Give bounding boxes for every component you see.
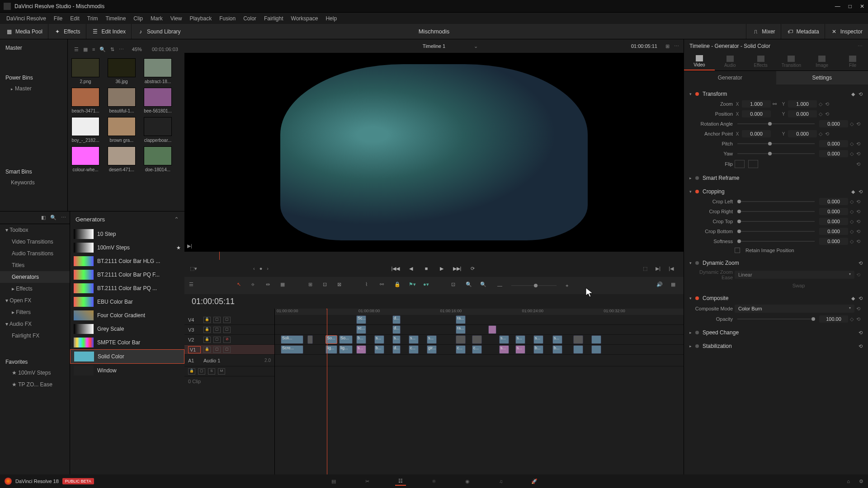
lock-icon[interactable]: 🔒 [203,327,211,333]
lock-icon[interactable]: 🔒 [394,282,402,290]
menu-item[interactable]: Workspace [288,14,321,23]
pitch-slider[interactable] [737,143,815,144]
reset-icon[interactable]: ⟲ [859,91,863,97]
menu-icon[interactable]: ⋯ [119,47,124,52]
menu-item[interactable]: Color [241,14,259,23]
replace-icon[interactable]: ⊠ [337,282,345,290]
ease-dropdown[interactable]: Linear [735,271,854,279]
generator-item[interactable]: BT.2111 Color Bar HLG ... [70,254,184,268]
opacity-input[interactable]: 100.00 [819,315,848,323]
fxcat-video-transitions[interactable]: Video Transitions [0,236,70,248]
menu-item[interactable]: DaVinci Resolve [4,14,49,23]
link-icon[interactable]: ⚯ [380,282,388,290]
insert-icon[interactable]: ⊞ [308,282,316,290]
track-header-v1[interactable]: V1🔒▢▢ [184,345,274,355]
fxcat-effects[interactable]: ▸ Effects [0,283,70,295]
timeline-options-icon[interactable]: ▦ [671,282,679,290]
go-start-icon[interactable]: |◀ [669,266,674,272]
page-fairlight[interactable]: ♫ [495,477,506,486]
inspector-expand-icon[interactable]: ⋯ [858,43,863,49]
timeline-clip[interactable]: s... [515,345,525,354]
media-thumbnail[interactable]: desert-471... [108,146,136,172]
power-master-bin[interactable]: Master [0,84,67,94]
dynamic-trim-icon[interactable]: ⇔ [266,282,274,290]
menu-item[interactable]: Timeline [103,14,128,23]
menu-item[interactable]: Trim [85,14,101,23]
sort-icon[interactable]: ⇅ [110,47,114,52]
menu-item[interactable]: Clip [131,14,146,23]
timeline-clip[interactable] [573,335,583,344]
generator-item[interactable]: SMPTE Color Bar [70,336,184,349]
next-edit-icon[interactable]: › [267,266,269,271]
auto-select-icon[interactable]: ▢ [213,317,221,323]
timeline-clip[interactable]: d... [392,325,401,334]
timeline-clip[interactable]: So... [339,335,353,344]
generator-item[interactable]: EBU Color Bar [70,295,184,309]
selection-tool-icon[interactable]: ↖ [237,282,245,290]
fxcat-openfx[interactable]: ▾ Open FX [0,295,70,306]
timeline-clip[interactable] [307,335,313,344]
track-v2[interactable]: Soli...So...So...b...s...s...s...s...s..… [275,335,684,345]
crop-bottom-slider[interactable] [737,231,815,232]
snapping-icon[interactable]: ⌇ [365,282,373,290]
step-icon[interactable]: ▶| [187,243,192,249]
favorite-item[interactable]: ★ 100mV Steps [0,367,70,379]
generator-item[interactable]: Grey Scale [70,322,184,336]
loop-button[interactable]: ⟳ [467,263,477,273]
zoom-x-input[interactable]: 1.000 [742,100,771,108]
pos-x-input[interactable]: 0.000 [742,110,771,117]
crop-top-slider[interactable] [737,221,815,222]
media-thumbnail[interactable]: beach-3471... [71,88,99,113]
master-bin[interactable]: Master [0,42,67,54]
timeline-clip[interactable]: ra... [456,315,466,324]
search-icon[interactable]: 🔍 [50,215,57,221]
track-header-v4[interactable]: V4🔒▢▢ [184,315,274,325]
fxcat-audio-transitions[interactable]: Audio Transitions [0,248,70,259]
timeline-clip[interactable]: s... [499,345,509,354]
close-icon[interactable]: ✕ [860,3,864,9]
disable-icon[interactable]: ▢ [223,317,231,323]
timeline-view-icon[interactable]: ☰ [189,282,197,290]
crop-right-slider[interactable] [737,211,815,212]
track-v3[interactable]: sc...d...ra... [275,325,684,335]
page-fusion[interactable]: ⚛ [429,477,439,486]
flip-h-button[interactable] [735,160,745,168]
minimize-icon[interactable]: — [835,3,840,9]
page-deliver[interactable]: 🚀 [529,477,540,486]
pos-y-input[interactable]: 0.000 [788,110,817,117]
timeline-clip[interactable] [573,345,583,354]
timeline-clip[interactable] [488,325,496,334]
timeline-clip[interactable]: b... [374,345,384,354]
menu-item[interactable]: Fusion [217,14,238,23]
search-icon[interactable]: 🔍 [99,47,106,52]
media-thumbnail[interactable]: bee-561801... [144,88,172,113]
timeline-clip[interactable] [472,335,482,344]
media-thumbnail[interactable]: abstract-18... [144,58,172,84]
zoom-custom-icon[interactable]: 🔍 [480,282,488,290]
tab-video[interactable]: Video [684,53,715,70]
generator-item[interactable]: BT.2111 Color Bar PQ ... [70,282,184,295]
viewer-scrubber[interactable] [184,252,684,260]
anchor-x-input[interactable]: 0.000 [742,130,771,137]
prev-frame-button[interactable]: ◀ [406,263,416,273]
media-thumbnail[interactable]: brown gra... [108,117,136,143]
timeline-clip[interactable] [591,345,601,354]
generator-item[interactable]: 10 Step [70,227,184,241]
track-v1[interactable]: Scre...lig...lig...s...b...d...c...gir..… [275,345,684,355]
favorite-star-icon[interactable]: ★ [176,245,181,251]
pitch-input[interactable]: 0.000 [819,140,848,147]
timeline-clip[interactable]: lig... [339,345,353,354]
section-smart-reframe[interactable]: Smart Reframe [685,171,867,185]
timeline-clip[interactable]: sc... [356,325,366,334]
generator-item[interactable]: Window [70,364,184,377]
track-header-v3[interactable]: V3🔒▢▢ [184,325,274,335]
timeline-name[interactable]: Timeline 1 [423,43,445,49]
home-icon[interactable]: ⌂ [847,479,850,484]
link-icon[interactable]: ⚯ [773,101,779,107]
media-thumbnail[interactable]: colour-whe... [71,146,99,172]
timeline-clip[interactable]: s... [533,335,543,344]
timeline-clip[interactable]: gir... [427,345,437,354]
generator-item[interactable]: Solid Color [70,349,184,364]
solo-button[interactable]: S [208,368,215,375]
yaw-slider[interactable] [737,153,815,154]
